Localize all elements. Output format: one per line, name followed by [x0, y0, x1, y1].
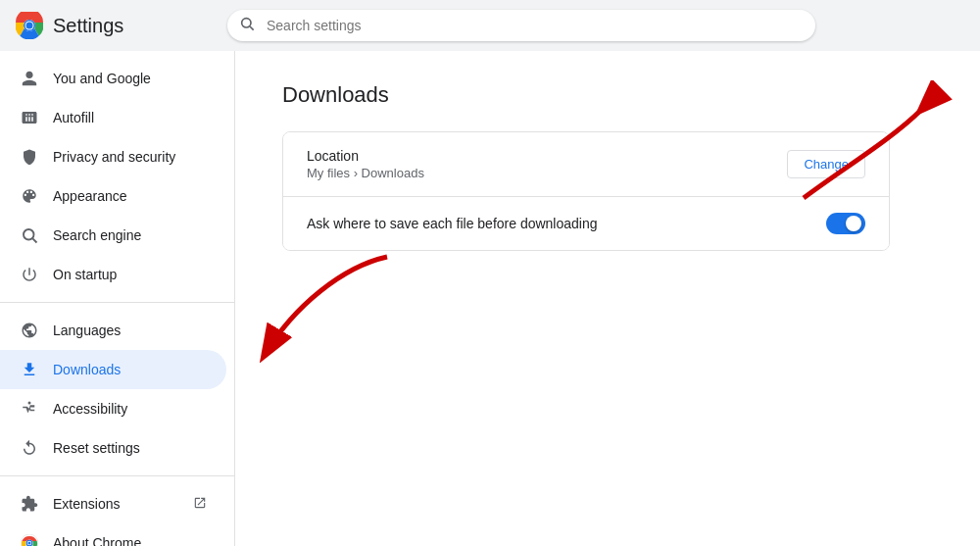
sidebar-label-accessibility: Accessibility	[53, 401, 127, 417]
toggle-slider	[826, 213, 865, 234]
sidebar-label-reset-settings: Reset settings	[53, 440, 140, 456]
search-icon	[239, 16, 255, 35]
downloads-settings-card: Location My files › Downloads Change Ask…	[282, 131, 890, 251]
reset-icon	[20, 438, 39, 458]
sidebar-item-autofill[interactable]: Autofill	[0, 98, 226, 137]
sidebar-label-search-engine: Search engine	[53, 227, 141, 243]
sidebar-item-downloads[interactable]: Downloads	[0, 350, 226, 389]
sidebar-label-privacy-security: Privacy and security	[53, 149, 175, 165]
ask-save-toggle[interactable]	[826, 213, 865, 234]
sidebar-divider-1	[0, 302, 234, 303]
sidebar-divider-2	[0, 475, 234, 476]
accessibility-icon	[20, 399, 39, 419]
sidebar-label-downloads: Downloads	[53, 362, 121, 377]
sidebar-item-you-and-google[interactable]: You and Google	[0, 59, 226, 98]
svg-point-6	[24, 229, 34, 240]
search-input[interactable]	[227, 10, 815, 41]
location-label: Location	[307, 148, 424, 164]
chrome-logo-icon	[16, 12, 43, 39]
puzzle-icon	[20, 494, 39, 514]
svg-point-8	[28, 402, 31, 405]
palette-icon	[20, 186, 39, 206]
sidebar-label-on-startup: On startup	[53, 267, 117, 282]
shield-icon	[20, 147, 39, 167]
sidebar-item-appearance[interactable]: Appearance	[0, 176, 226, 216]
sidebar-item-languages[interactable]: Languages	[0, 311, 226, 350]
sidebar-label-appearance: Appearance	[53, 188, 127, 204]
sidebar-label-you-and-google: You and Google	[53, 71, 151, 86]
app-title-area: Settings	[16, 12, 212, 39]
svg-point-3	[26, 23, 33, 29]
search-engine-icon	[20, 225, 39, 245]
svg-line-5	[250, 26, 254, 30]
external-link-icon	[193, 496, 207, 513]
content-area: Downloads Location My files › Downloads …	[235, 51, 980, 546]
sidebar-item-extensions[interactable]: Extensions	[0, 484, 226, 523]
svg-line-7	[32, 238, 36, 242]
badge-icon	[20, 108, 39, 127]
about-chrome-icon	[20, 533, 39, 546]
location-info: Location My files › Downloads	[307, 148, 424, 180]
app-title: Settings	[53, 15, 123, 37]
top-bar: Settings	[0, 0, 980, 51]
sidebar-item-reset-settings[interactable]: Reset settings	[0, 428, 226, 468]
svg-point-12	[27, 541, 30, 544]
sidebar-item-on-startup[interactable]: On startup	[0, 255, 226, 294]
svg-point-4	[242, 19, 251, 27]
location-row: Location My files › Downloads Change	[283, 132, 889, 196]
download-icon	[20, 360, 39, 379]
person-icon	[20, 69, 39, 88]
red-arrow-1	[235, 247, 421, 374]
sidebar-label-about-chrome: About Chrome	[53, 535, 141, 546]
sidebar-label-languages: Languages	[53, 323, 121, 338]
globe-icon	[20, 321, 39, 340]
sidebar-item-accessibility[interactable]: Accessibility	[0, 389, 226, 428]
sidebar: You and Google Autofill Privacy and secu…	[0, 51, 235, 546]
sidebar-item-search-engine[interactable]: Search engine	[0, 216, 226, 255]
sidebar-label-autofill: Autofill	[53, 110, 94, 125]
location-path: My files › Downloads	[307, 166, 424, 180]
sidebar-item-about-chrome[interactable]: About Chrome	[0, 523, 226, 546]
section-title: Downloads	[282, 82, 933, 108]
change-location-button[interactable]: Change	[787, 150, 865, 178]
power-icon	[20, 265, 39, 284]
ask-save-label: Ask where to save each file before downl…	[307, 216, 598, 231]
sidebar-label-extensions: Extensions	[53, 496, 120, 512]
ask-save-row: Ask where to save each file before downl…	[283, 196, 889, 250]
sidebar-item-privacy-security[interactable]: Privacy and security	[0, 137, 226, 176]
search-bar-container	[227, 10, 815, 41]
main-layout: You and Google Autofill Privacy and secu…	[0, 51, 980, 546]
